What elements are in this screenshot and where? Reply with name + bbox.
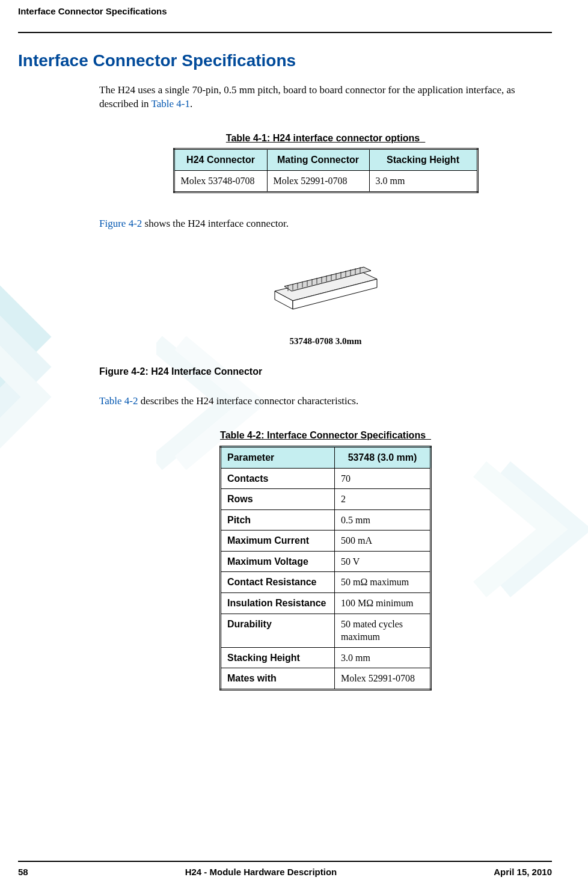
footer-date: April 15, 2010 (494, 867, 552, 877)
table-row: Pitch0.5 mm (221, 509, 431, 531)
running-header: Interface Connector Specifications (18, 6, 552, 20)
table-cell: 2 (335, 489, 431, 510)
table-cell: 100 MΩ minimum (335, 593, 431, 614)
xref-table-4-2[interactable]: Table 4-2 (99, 395, 138, 407)
table-row: Mates withMolex 52991-0708 (221, 668, 431, 690)
table-cell: Contacts (221, 468, 335, 489)
table-cell: Pitch (221, 509, 335, 531)
figure-ref-text: shows the H24 interface connector. (142, 218, 289, 229)
table-4-1-caption: Table 4-1: H24 interface connector optio… (99, 132, 552, 145)
table-cell: Rows (221, 489, 335, 510)
table-row: Rows2 (221, 489, 431, 510)
header-rule (18, 32, 552, 33)
figure-4-2-caption: Figure 4-2: H24 Interface Connector (99, 365, 552, 378)
table-cell: 50 mated cycles maximum (335, 614, 431, 647)
table-row: Parameter 53748 (3.0 mm) (221, 446, 431, 468)
table-cell: Stacking Height (221, 647, 335, 668)
figure-part-label: 53748-0708 3.0mm (99, 335, 552, 347)
table-row: Durability50 mated cycles maximum (221, 614, 431, 647)
table-cell: 3.0 mm (335, 647, 431, 668)
table-cell: Insulation Resistance (221, 593, 335, 614)
table-row: Maximum Voltage50 V (221, 551, 431, 572)
table-row: Stacking Height3.0 mm (221, 647, 431, 668)
table-cell: Molex 52991-0708 (335, 668, 431, 690)
page-footer: 58 H24 - Module Hardware Description Apr… (18, 861, 552, 877)
table-4-1: H24 Connector Mating Connector Stacking … (173, 148, 479, 192)
table-cell: Maximum Current (221, 531, 335, 552)
table-cell: Durability (221, 614, 335, 647)
table-cell: 70 (335, 468, 431, 489)
table-cell: 50 V (335, 551, 431, 572)
table-cell: 3.0 mm (369, 171, 477, 192)
table-header: Parameter (221, 446, 335, 468)
table-cell: Contact Resistance (221, 572, 335, 593)
intro-paragraph: The H24 uses a single 70-pin, 0.5 mm pit… (99, 84, 552, 111)
figure-ref-paragraph: Figure 4-2 shows the H24 interface conne… (99, 217, 552, 231)
page-title: Interface Connector Specifications (18, 51, 552, 70)
figure-4-2: 53748-0708 3.0mm (99, 249, 552, 347)
table-cell: Maximum Voltage (221, 551, 335, 572)
table-row: H24 Connector Mating Connector Stacking … (174, 149, 477, 171)
table-row: Contacts70 (221, 468, 431, 489)
table-4-2: Parameter 53748 (3.0 mm) Contacts70 Rows… (219, 446, 432, 691)
intro-text-post: . (190, 98, 192, 109)
table-row: Molex 53748-0708 Molex 52991-0708 3.0 mm (174, 171, 477, 192)
table-header: Mating Connector (267, 149, 369, 171)
table-header: Stacking Height (369, 149, 477, 171)
table-cell: 500 mA (335, 531, 431, 552)
table-row: Maximum Current500 mA (221, 531, 431, 552)
footer-page-number: 58 (18, 867, 28, 877)
table-ref-text: describes the H24 interface connector ch… (138, 395, 358, 407)
xref-table-4-1[interactable]: Table 4-1 (152, 98, 190, 109)
table-header: 53748 (3.0 mm) (335, 446, 431, 468)
table-row: Contact Resistance50 mΩ maximum (221, 572, 431, 593)
table-cell: Molex 53748-0708 (174, 171, 267, 192)
table-row: Insulation Resistance100 MΩ minimum (221, 593, 431, 614)
table-ref-paragraph: Table 4-2 describes the H24 interface co… (99, 395, 552, 408)
table-cell: 0.5 mm (335, 509, 431, 531)
table-cell: 50 mΩ maximum (335, 572, 431, 593)
table-header: H24 Connector (174, 149, 267, 171)
table-cell: Mates with (221, 668, 335, 690)
footer-doc-title: H24 - Module Hardware Description (185, 867, 337, 877)
connector-illustration (257, 249, 395, 327)
table-cell: Molex 52991-0708 (267, 171, 369, 192)
xref-figure-4-2[interactable]: Figure 4-2 (99, 218, 142, 229)
table-4-2-caption: Table 4-2: Interface Connector Specifica… (99, 429, 552, 442)
